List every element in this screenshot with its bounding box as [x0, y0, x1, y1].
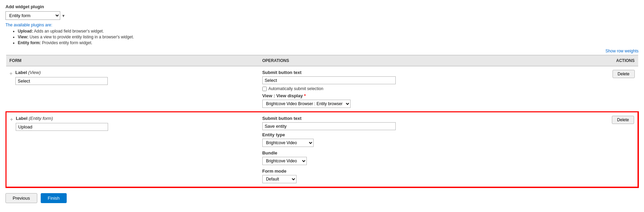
row2-label: Label (Entity form) — [16, 116, 108, 121]
row2-text-input[interactable] — [16, 123, 108, 131]
main-table: FORM OPERATIONS ACTIONS + Label (View) — [5, 55, 639, 188]
row2-form-mode-select[interactable]: Default — [262, 175, 297, 183]
row2-entity-type-label: Entity type — [262, 132, 540, 137]
plugin-desc-view: Uses a view to provide entity listing in… — [29, 35, 134, 39]
table-head: FORM OPERATIONS ACTIONS — [6, 55, 638, 66]
row1-label: Label (View) — [15, 70, 108, 75]
row2-form-mode-label: Form mode — [262, 169, 540, 174]
drag-handle-1[interactable]: + — [10, 71, 13, 77]
form-label-block-1: Label (View) — [15, 70, 108, 85]
table-row: + Label (View) Submit button text Automa… — [6, 66, 638, 112]
plugin-name-entity-form: Entity form: — [18, 40, 41, 45]
form-cell-inner-1: + Label (View) — [10, 70, 255, 85]
plugin-select-wrapper: Entity form ▼ — [5, 11, 639, 20]
row1-submit-label: Submit button text — [262, 70, 540, 75]
footer-buttons: Previous Finish — [5, 193, 639, 203]
plugin-name-view: View: — [18, 35, 28, 39]
show-row-weights-container: Show row weights — [5, 49, 639, 53]
ops-cell-2: Submit button text Entity type Brightcov… — [259, 112, 543, 187]
table-body: + Label (View) Submit button text Automa… — [6, 66, 638, 187]
finish-button[interactable]: Finish — [41, 193, 67, 203]
list-item: Upload: Adds an upload field browser's w… — [18, 29, 639, 34]
row1-view-display-select[interactable]: Brightcove Video Browser : Entity browse… — [262, 100, 351, 108]
row1-auto-submit-label: Automatically submit selection — [268, 86, 324, 91]
available-plugins-label: The available plugins are: — [5, 23, 639, 27]
plugin-list: Upload: Adds an upload field browser's w… — [5, 29, 639, 45]
table-row-highlighted: + Label (Entity form) Submit button text… — [6, 112, 638, 187]
plugin-desc-upload: Adds an upload field browser's widget. — [34, 29, 104, 34]
form-cell-2: + Label (Entity form) — [6, 112, 259, 187]
row2-submit-input[interactable] — [262, 122, 396, 130]
chevron-down-icon: ▼ — [62, 14, 65, 18]
main-table-wrapper: FORM OPERATIONS ACTIONS + Label (View) — [5, 55, 639, 188]
row1-auto-submit-checkbox[interactable] — [262, 87, 267, 91]
plugin-desc-entity-form: Provides entity form widget. — [42, 40, 92, 45]
row1-label-type: (View) — [28, 70, 41, 75]
actions-cell-1: Delete — [543, 66, 638, 112]
previous-button[interactable]: Previous — [5, 193, 37, 203]
add-widget-title: Add widget plugin — [5, 4, 639, 9]
ops-cell-1: Submit button text Automatically submit … — [259, 66, 543, 112]
actions-cell-2: Delete — [543, 112, 638, 187]
list-item: Entity form: Provides entity form widget… — [18, 40, 639, 45]
header-actions: ACTIONS — [543, 55, 638, 66]
row2-bundle-select[interactable]: Brightcove Video — [262, 157, 307, 165]
header-form: FORM — [6, 55, 259, 66]
row2-entity-type-select[interactable]: Brightcove Video — [262, 139, 314, 147]
drag-handle-2[interactable]: + — [10, 116, 13, 123]
row2-delete-button[interactable]: Delete — [612, 116, 634, 124]
add-widget-section: Add widget plugin Entity form ▼ The avai… — [5, 4, 639, 45]
plugin-select[interactable]: Entity form — [5, 11, 60, 20]
row1-view-display-label: View : View display * — [262, 93, 540, 98]
row1-delete-button[interactable]: Delete — [613, 70, 635, 78]
header-operations: OPERATIONS — [259, 55, 543, 66]
row1-submit-input[interactable] — [262, 76, 396, 84]
row2-bundle-label: Bundle — [262, 150, 540, 155]
list-item: View: Uses a view to provide entity list… — [18, 35, 639, 39]
form-cell-1: + Label (View) — [6, 66, 259, 112]
form-cell-inner-2: + Label (Entity form) — [10, 116, 255, 131]
row2-label-type: (Entity form) — [29, 116, 53, 121]
row2-submit-label: Submit button text — [262, 116, 540, 121]
required-star-1: * — [304, 93, 306, 98]
form-label-block-2: Label (Entity form) — [16, 116, 108, 131]
plugin-name-upload: Upload: — [18, 29, 33, 34]
row1-text-input[interactable] — [15, 77, 108, 85]
table-header-row: FORM OPERATIONS ACTIONS — [6, 55, 638, 66]
show-row-weights-link[interactable]: Show row weights — [605, 49, 639, 53]
row1-auto-submit-row: Automatically submit selection — [262, 86, 540, 91]
